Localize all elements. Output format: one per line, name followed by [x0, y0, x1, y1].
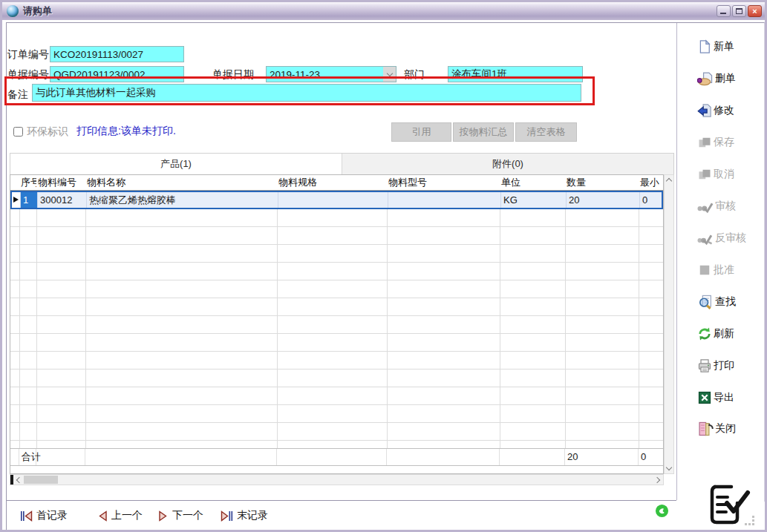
cancel-button[interactable]: 取消 [697, 165, 767, 183]
refresh-button[interactable]: 刷新 [697, 325, 767, 343]
first-record-button[interactable]: 首记录 [20, 508, 68, 524]
cell-material-code[interactable]: 300012 [38, 192, 87, 208]
department-field[interactable] [448, 66, 583, 82]
tab-products[interactable]: 产品(1) [10, 154, 342, 174]
print-info-text: 打印信息:该单未打印. [76, 125, 176, 138]
new-doc-icon [697, 39, 712, 54]
minimize-button[interactable] [717, 5, 731, 17]
status-ok-icon[interactable] [655, 504, 669, 518]
col-material-spec: 物料规格 [277, 175, 387, 190]
record-navigation-bar: 首记录 上一个 下一个 末记录 [7, 502, 765, 530]
order-no-label: 订单编号 [7, 48, 49, 62]
next-record-icon [158, 510, 169, 522]
close-button[interactable]: × [748, 5, 762, 17]
items-table: 序号 物料编号 物料名称 物料规格 物料型号 单位 数量 最小 1 300012… [10, 174, 674, 485]
app-globe-icon [7, 5, 19, 17]
new-doc-button[interactable]: 新单 [697, 38, 767, 56]
close-window-button[interactable]: 关闭 [697, 420, 767, 438]
scroll-left-button[interactable] [13, 475, 24, 485]
cell-material-name[interactable]: 热缩聚乙烯热熔胶棒 [87, 192, 278, 208]
quote-button[interactable]: 引用 [391, 122, 451, 142]
app-window: 请购单 × 订单编号 单据编号 单据日期 部门 备注 环保标识 打印信息:该单未… [0, 0, 767, 532]
last-record-icon [221, 510, 233, 522]
horizontal-scrollbar[interactable] [10, 474, 664, 485]
table-empty-area [10, 209, 663, 448]
maximize-icon [736, 8, 742, 14]
chevron-right-icon [654, 476, 660, 482]
statusbar-divider [7, 500, 676, 501]
remark-label: 备注 [7, 88, 28, 102]
find-button[interactable]: 查找 [697, 293, 767, 311]
search-icon [697, 295, 714, 309]
clear-table-button[interactable]: 清空表格 [515, 122, 577, 142]
scroll-right-button[interactable] [653, 475, 663, 485]
department-label: 部门 [404, 68, 425, 82]
delete-doc-button[interactable]: 删单 [697, 70, 767, 88]
refresh-icon [697, 326, 712, 341]
row-selector-header [10, 175, 19, 190]
window-title: 请购单 [23, 4, 52, 18]
cell-min[interactable]: 0 [640, 192, 662, 208]
doc-date-field[interactable] [266, 66, 396, 82]
edit-doc-icon [697, 103, 712, 118]
unaudit-button[interactable]: 反审核 [697, 229, 767, 247]
approve-icon [697, 263, 712, 278]
table-row[interactable]: 1 300012 热缩聚乙烯热熔胶棒 KG 20 0 [10, 191, 663, 209]
cell-material-model[interactable] [388, 192, 501, 208]
audit-icon [697, 199, 714, 214]
table-header-row: 序号 物料编号 物料名称 物料规格 物料型号 单位 数量 最小 [10, 175, 663, 191]
resize-grip[interactable] [744, 515, 754, 525]
minimize-icon [720, 13, 726, 14]
scroll-down-button[interactable] [665, 464, 673, 473]
cell-qty[interactable]: 20 [567, 192, 640, 208]
col-material-model: 物料型号 [387, 175, 500, 190]
modify-button[interactable]: 修改 [697, 102, 767, 119]
chevron-left-icon [16, 476, 22, 482]
doc-date-label: 单据日期 [212, 68, 254, 82]
window-controls: × [717, 5, 762, 17]
remark-field[interactable] [32, 84, 581, 102]
maximize-button[interactable] [732, 5, 746, 17]
print-button[interactable]: 打印 [697, 357, 767, 375]
previous-record-icon [97, 510, 108, 522]
col-unit: 单位 [500, 175, 565, 190]
eco-flag-checkbox[interactable] [13, 127, 23, 137]
approve-button[interactable]: 批准 [697, 261, 767, 279]
cell-seq[interactable]: 1 [21, 192, 38, 208]
export-button[interactable]: 导出 [697, 389, 767, 407]
doc-no-field[interactable] [50, 66, 184, 82]
total-min: 0 [639, 449, 663, 465]
cell-unit[interactable]: KG [501, 192, 567, 208]
doc-no-label: 单据编号 [7, 68, 49, 82]
table-total-row: 合计 20 0 [10, 448, 663, 466]
doc-date-dropdown-button[interactable] [383, 67, 396, 82]
chevron-down-icon [666, 464, 672, 470]
unaudit-icon [697, 231, 714, 246]
next-record-button[interactable]: 下一个 [158, 508, 203, 524]
summarize-by-material-button[interactable]: 按物料汇总 [453, 122, 514, 142]
chevron-down-icon [386, 70, 392, 76]
horizontal-scroll-thumb[interactable] [24, 476, 58, 484]
previous-record-button[interactable]: 上一个 [97, 508, 143, 524]
col-qty: 数量 [565, 175, 639, 190]
cell-material-spec[interactable] [278, 192, 388, 208]
print-icon [697, 358, 712, 373]
save-button[interactable]: 保存 [697, 134, 767, 151]
total-selector-cell [10, 449, 19, 465]
title-bar: 请购单 × [2, 2, 765, 20]
current-row-marker-icon [13, 197, 19, 203]
total-qty: 20 [565, 449, 639, 465]
export-excel-icon [697, 390, 712, 405]
chevron-up-icon [666, 178, 672, 184]
delete-doc-icon [697, 71, 714, 86]
scroll-up-button[interactable] [665, 175, 673, 185]
items-grid: 序号 物料编号 物料名称 物料规格 物料型号 单位 数量 最小 1 300012… [10, 174, 664, 474]
last-record-button[interactable]: 末记录 [221, 508, 268, 524]
col-seq: 序号 [19, 175, 36, 190]
first-record-icon [20, 510, 33, 522]
row-selector-cell [12, 192, 21, 208]
audit-button[interactable]: 审核 [697, 197, 767, 215]
tab-attachments[interactable]: 附件(0) [342, 154, 673, 174]
vertical-scrollbar[interactable] [664, 174, 674, 474]
order-no-field[interactable] [50, 46, 184, 62]
